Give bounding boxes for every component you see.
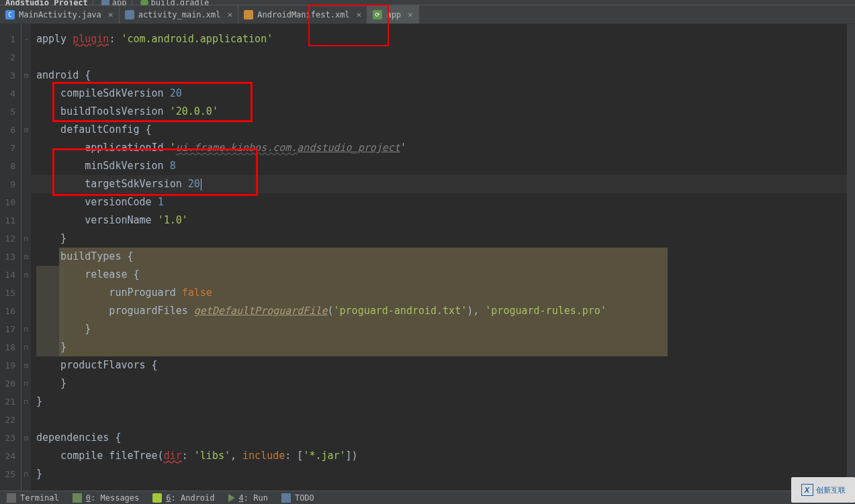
fold-marker-icon[interactable]: ⊟: [21, 121, 31, 139]
code-line[interactable]: }: [31, 230, 855, 248]
code-line[interactable]: productFlavors {: [31, 356, 855, 374]
code-line[interactable]: defaultConfig {: [31, 121, 855, 139]
line-number[interactable]: 9: [0, 175, 21, 193]
line-number[interactable]: 25: [0, 465, 21, 483]
close-icon[interactable]: ×: [357, 9, 362, 19]
tool-todo[interactable]: TODO: [281, 493, 314, 503]
line-number[interactable]: 13: [0, 248, 21, 266]
tool-terminal[interactable]: Terminal: [7, 493, 59, 503]
code-line[interactable]: android {: [31, 66, 855, 85]
fold-marker-icon[interactable]: ⊓: [21, 320, 31, 338]
fold-marker-icon[interactable]: ⊓: [21, 338, 31, 356]
line-number[interactable]: 4: [0, 85, 21, 103]
fold-column[interactable]: −⊟⊟⊓⊟⊟⊓⊓⊟⊓⊓⊟⊓: [21, 24, 31, 491]
code-line[interactable]: }: [31, 338, 855, 356]
line-number[interactable]: 8: [0, 157, 21, 175]
code-token: release: [36, 268, 134, 281]
code-line[interactable]: versionName '1.0': [31, 211, 855, 230]
code-line[interactable]: proguardFiles getDefaultProguardFile('pr…: [31, 302, 855, 320]
code-line[interactable]: [31, 48, 855, 66]
code-line[interactable]: }: [31, 393, 855, 411]
line-number[interactable]: 15: [0, 284, 21, 302]
tab-label: MainActivity.java: [19, 10, 101, 19]
code-area[interactable]: apply plugin: 'com.android.application'a…: [31, 24, 855, 491]
line-number[interactable]: 21: [0, 393, 21, 411]
code-line[interactable]: dependencies {: [31, 429, 855, 447]
code-line[interactable]: }: [31, 374, 855, 393]
fold-marker-icon[interactable]: ⊟: [21, 266, 31, 284]
tab-mainactivity-java[interactable]: CMainActivity.java×: [0, 5, 120, 23]
code-token: compile fileTree(: [36, 450, 164, 462]
fold-marker-icon[interactable]: ⊟: [21, 248, 31, 266]
messages-label: 0: Messages: [86, 493, 139, 503]
line-number[interactable]: 14: [0, 266, 21, 284]
code-token: 8: [170, 160, 176, 172]
fold-marker-icon[interactable]: ⊟: [21, 66, 31, 85]
line-number[interactable]: 18: [0, 338, 21, 356]
line-number[interactable]: 12: [0, 230, 21, 248]
tab-activity-main-xml[interactable]: activity_main.xml×: [120, 5, 239, 23]
code-line[interactable]: }: [31, 465, 855, 483]
code-token: ),: [467, 305, 485, 317]
line-number[interactable]: 22: [0, 411, 21, 429]
code-line[interactable]: apply plugin: 'com.android.application': [31, 30, 855, 48]
code-token: 'libs': [194, 450, 230, 462]
code-line[interactable]: compileSdkVersion 20: [31, 85, 855, 103]
watermark: X 创新互联: [791, 477, 855, 503]
fold-marker-icon[interactable]: ⊟: [21, 356, 31, 374]
code-token: ui.frame.kinbos.com.: [176, 142, 298, 154]
code-token: defaultConfig: [36, 123, 146, 136]
code-line[interactable]: runProguard false: [31, 284, 855, 302]
fold-marker-icon[interactable]: −: [21, 30, 31, 48]
code-token: {: [127, 250, 133, 262]
line-number-gutter[interactable]: 1234567891011121314151617181920212223242…: [0, 24, 21, 491]
fold-marker-icon[interactable]: ⊓: [21, 465, 31, 483]
line-number[interactable]: 11: [0, 211, 21, 230]
line-number[interactable]: 24: [0, 447, 21, 465]
code-line[interactable]: applicationId 'ui.frame.kinbos.com.andst…: [31, 139, 855, 157]
tool-run[interactable]: 4: Run: [228, 493, 268, 503]
line-number[interactable]: 2: [0, 48, 21, 66]
editor-tabs: CMainActivity.java×activity_main.xml×And…: [0, 5, 855, 24]
code-line[interactable]: }: [31, 320, 855, 338]
line-number[interactable]: 5: [0, 103, 21, 121]
fold-marker-icon: [21, 302, 31, 320]
code-line[interactable]: buildTypes {: [31, 248, 855, 266]
code-line[interactable]: minSdkVersion 8: [31, 157, 855, 175]
code-line[interactable]: release {: [31, 266, 855, 284]
close-icon[interactable]: ×: [408, 9, 413, 19]
code-line[interactable]: versionCode 1: [31, 193, 855, 211]
fold-marker-icon: [21, 139, 31, 157]
code-line[interactable]: compile fileTree(dir: 'libs', include: […: [31, 447, 855, 465]
line-number[interactable]: 3: [0, 66, 21, 85]
tab-app[interactable]: ⟳app×: [367, 5, 419, 23]
fold-marker-icon[interactable]: ⊓: [21, 393, 31, 411]
line-number[interactable]: 7: [0, 139, 21, 157]
fold-marker-icon[interactable]: ⊓: [21, 374, 31, 393]
line-number[interactable]: 1: [0, 30, 21, 48]
close-icon[interactable]: ×: [227, 9, 232, 19]
code-line[interactable]: targetSdkVersion 20: [31, 175, 855, 193]
fold-marker-icon[interactable]: ⊓: [21, 230, 31, 248]
tool-android[interactable]: 6: Android: [152, 493, 214, 503]
tab-androidmanifest-xml[interactable]: AndroidManifest.xml×: [238, 5, 367, 23]
code-line[interactable]: buildToolsVersion '20.0.0': [31, 103, 855, 121]
editor-scrollbar[interactable]: [847, 24, 855, 491]
code-line[interactable]: [31, 411, 855, 429]
code-token: ': [170, 142, 176, 154]
line-number[interactable]: 23: [0, 429, 21, 447]
line-number[interactable]: 10: [0, 193, 21, 211]
code-token: false: [182, 287, 212, 299]
fold-marker-icon: [21, 85, 31, 103]
terminal-icon: [7, 493, 16, 503]
line-number[interactable]: 20: [0, 374, 21, 393]
line-number[interactable]: 17: [0, 320, 21, 338]
code-token: ]): [346, 450, 358, 462]
code-token: }: [36, 232, 66, 244]
close-icon[interactable]: ×: [108, 9, 114, 19]
line-number[interactable]: 19: [0, 356, 21, 374]
fold-marker-icon[interactable]: ⊟: [21, 429, 31, 447]
tool-messages[interactable]: 0: Messages: [73, 493, 139, 503]
line-number[interactable]: 6: [0, 121, 21, 139]
line-number[interactable]: 16: [0, 302, 21, 320]
